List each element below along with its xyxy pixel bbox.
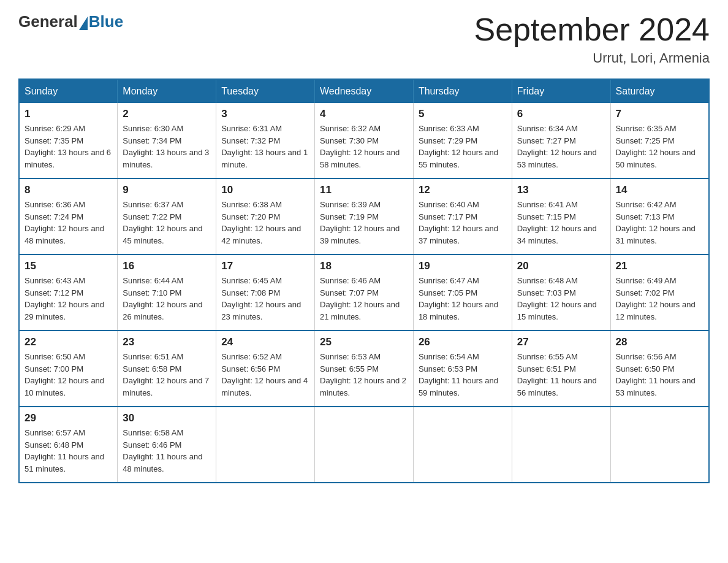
day-info: Sunrise: 6:53 AMSunset: 6:55 PMDaylight:…	[320, 351, 408, 399]
location-label: Urrut, Lori, Armenia	[474, 50, 710, 66]
day-number: 17	[221, 260, 309, 272]
day-info: Sunrise: 6:44 AMSunset: 7:10 PMDaylight:…	[123, 275, 211, 323]
calendar-cell: 23Sunrise: 6:51 AMSunset: 6:58 PMDayligh…	[118, 331, 216, 407]
day-info: Sunrise: 6:36 AMSunset: 7:24 PMDaylight:…	[25, 199, 112, 247]
day-number: 2	[123, 108, 211, 120]
calendar-cell: 1Sunrise: 6:29 AMSunset: 7:35 PMDaylight…	[19, 103, 118, 178]
day-info: Sunrise: 6:58 AMSunset: 6:46 PMDaylight:…	[123, 427, 211, 475]
calendar-cell: 4Sunrise: 6:32 AMSunset: 7:30 PMDaylight…	[315, 103, 414, 178]
day-info: Sunrise: 6:46 AMSunset: 7:07 PMDaylight:…	[320, 275, 408, 323]
day-number: 9	[123, 184, 211, 196]
calendar-week-row: 8Sunrise: 6:36 AMSunset: 7:24 PMDaylight…	[19, 178, 709, 255]
day-number: 10	[221, 184, 309, 196]
calendar-cell: 7Sunrise: 6:35 AMSunset: 7:25 PMDaylight…	[610, 103, 709, 178]
day-info: Sunrise: 6:29 AMSunset: 7:35 PMDaylight:…	[25, 123, 112, 170]
calendar-cell: 11Sunrise: 6:39 AMSunset: 7:19 PMDayligh…	[315, 178, 414, 255]
day-info: Sunrise: 6:30 AMSunset: 7:34 PMDaylight:…	[123, 123, 211, 170]
calendar-cell	[315, 407, 414, 483]
calendar-cell: 6Sunrise: 6:34 AMSunset: 7:27 PMDaylight…	[512, 103, 610, 178]
day-info: Sunrise: 6:37 AMSunset: 7:22 PMDaylight:…	[123, 199, 211, 247]
day-number: 30	[123, 412, 211, 424]
calendar-cell: 13Sunrise: 6:41 AMSunset: 7:15 PMDayligh…	[512, 178, 610, 255]
day-number: 3	[221, 108, 309, 120]
day-number: 25	[320, 336, 408, 348]
day-info: Sunrise: 6:57 AMSunset: 6:48 PMDaylight:…	[25, 427, 112, 475]
calendar-week-row: 1Sunrise: 6:29 AMSunset: 7:35 PMDaylight…	[19, 103, 709, 178]
day-info: Sunrise: 6:40 AMSunset: 7:17 PMDaylight:…	[419, 199, 507, 247]
weekday-header-wednesday: Wednesday	[315, 79, 414, 103]
calendar-cell	[413, 407, 512, 483]
calendar-cell: 10Sunrise: 6:38 AMSunset: 7:20 PMDayligh…	[216, 178, 315, 255]
weekday-header-monday: Monday	[118, 79, 216, 103]
logo-general-text: General	[18, 12, 78, 31]
calendar-cell: 17Sunrise: 6:45 AMSunset: 7:08 PMDayligh…	[216, 255, 315, 331]
calendar-cell: 19Sunrise: 6:47 AMSunset: 7:05 PMDayligh…	[413, 255, 512, 331]
day-number: 24	[221, 336, 309, 348]
calendar-cell: 3Sunrise: 6:31 AMSunset: 7:32 PMDaylight…	[216, 103, 315, 178]
day-info: Sunrise: 6:52 AMSunset: 6:56 PMDaylight:…	[221, 351, 309, 399]
calendar-cell: 29Sunrise: 6:57 AMSunset: 6:48 PMDayligh…	[19, 407, 118, 483]
day-info: Sunrise: 6:56 AMSunset: 6:50 PMDaylight:…	[616, 351, 703, 399]
day-number: 28	[616, 336, 703, 348]
day-info: Sunrise: 6:39 AMSunset: 7:19 PMDaylight:…	[320, 199, 408, 247]
weekday-header-saturday: Saturday	[610, 79, 709, 103]
day-number: 18	[320, 260, 408, 272]
calendar-cell: 25Sunrise: 6:53 AMSunset: 6:55 PMDayligh…	[315, 331, 414, 407]
day-number: 27	[517, 336, 605, 348]
calendar-cell: 9Sunrise: 6:37 AMSunset: 7:22 PMDaylight…	[118, 178, 216, 255]
day-number: 7	[616, 108, 703, 120]
weekday-header-friday: Friday	[512, 79, 610, 103]
calendar-cell: 14Sunrise: 6:42 AMSunset: 7:13 PMDayligh…	[610, 178, 709, 255]
day-info: Sunrise: 6:38 AMSunset: 7:20 PMDaylight:…	[221, 199, 309, 247]
day-info: Sunrise: 6:42 AMSunset: 7:13 PMDaylight:…	[616, 199, 703, 247]
day-info: Sunrise: 6:55 AMSunset: 6:51 PMDaylight:…	[517, 351, 605, 399]
day-number: 11	[320, 184, 408, 196]
calendar-cell	[512, 407, 610, 483]
day-info: Sunrise: 6:33 AMSunset: 7:29 PMDaylight:…	[419, 123, 507, 170]
calendar-cell: 18Sunrise: 6:46 AMSunset: 7:07 PMDayligh…	[315, 255, 414, 331]
day-number: 14	[616, 184, 703, 196]
weekday-header-thursday: Thursday	[413, 79, 512, 103]
day-number: 22	[25, 336, 112, 348]
calendar-cell: 20Sunrise: 6:48 AMSunset: 7:03 PMDayligh…	[512, 255, 610, 331]
day-info: Sunrise: 6:54 AMSunset: 6:53 PMDaylight:…	[419, 351, 507, 399]
logo: General Blue	[18, 12, 123, 31]
day-number: 5	[419, 108, 507, 120]
calendar-cell: 26Sunrise: 6:54 AMSunset: 6:53 PMDayligh…	[413, 331, 512, 407]
day-number: 1	[25, 108, 112, 120]
day-number: 6	[517, 108, 605, 120]
calendar-cell: 30Sunrise: 6:58 AMSunset: 6:46 PMDayligh…	[118, 407, 216, 483]
month-title: September 2024	[474, 12, 710, 47]
day-number: 16	[123, 260, 211, 272]
calendar-header-row: SundayMondayTuesdayWednesdayThursdayFrid…	[19, 79, 709, 103]
day-info: Sunrise: 6:51 AMSunset: 6:58 PMDaylight:…	[123, 351, 211, 399]
calendar-cell: 21Sunrise: 6:49 AMSunset: 7:02 PMDayligh…	[610, 255, 709, 331]
day-info: Sunrise: 6:48 AMSunset: 7:03 PMDaylight:…	[517, 275, 605, 323]
day-info: Sunrise: 6:34 AMSunset: 7:27 PMDaylight:…	[517, 123, 605, 170]
day-number: 19	[419, 260, 507, 272]
calendar-cell: 12Sunrise: 6:40 AMSunset: 7:17 PMDayligh…	[413, 178, 512, 255]
calendar-cell: 28Sunrise: 6:56 AMSunset: 6:50 PMDayligh…	[610, 331, 709, 407]
day-info: Sunrise: 6:49 AMSunset: 7:02 PMDaylight:…	[616, 275, 703, 323]
calendar-week-row: 15Sunrise: 6:43 AMSunset: 7:12 PMDayligh…	[19, 255, 709, 331]
calendar-week-row: 22Sunrise: 6:50 AMSunset: 7:00 PMDayligh…	[19, 331, 709, 407]
day-info: Sunrise: 6:47 AMSunset: 7:05 PMDaylight:…	[419, 275, 507, 323]
calendar-cell	[610, 407, 709, 483]
day-number: 26	[419, 336, 507, 348]
weekday-header-sunday: Sunday	[19, 79, 118, 103]
day-info: Sunrise: 6:50 AMSunset: 7:00 PMDaylight:…	[25, 351, 112, 399]
logo-blue-text: Blue	[89, 12, 123, 31]
day-info: Sunrise: 6:41 AMSunset: 7:15 PMDaylight:…	[517, 199, 605, 247]
calendar-cell: 24Sunrise: 6:52 AMSunset: 6:56 PMDayligh…	[216, 331, 315, 407]
day-number: 13	[517, 184, 605, 196]
day-number: 15	[25, 260, 112, 272]
calendar-cell: 22Sunrise: 6:50 AMSunset: 7:00 PMDayligh…	[19, 331, 118, 407]
day-info: Sunrise: 6:45 AMSunset: 7:08 PMDaylight:…	[221, 275, 309, 323]
title-area: September 2024 Urrut, Lori, Armenia	[474, 12, 710, 66]
page-header: General Blue September 2024 Urrut, Lori,…	[18, 12, 710, 66]
calendar-cell: 8Sunrise: 6:36 AMSunset: 7:24 PMDaylight…	[19, 178, 118, 255]
day-info: Sunrise: 6:35 AMSunset: 7:25 PMDaylight:…	[616, 123, 703, 170]
day-number: 4	[320, 108, 408, 120]
day-number: 12	[419, 184, 507, 196]
calendar-week-row: 29Sunrise: 6:57 AMSunset: 6:48 PMDayligh…	[19, 407, 709, 483]
